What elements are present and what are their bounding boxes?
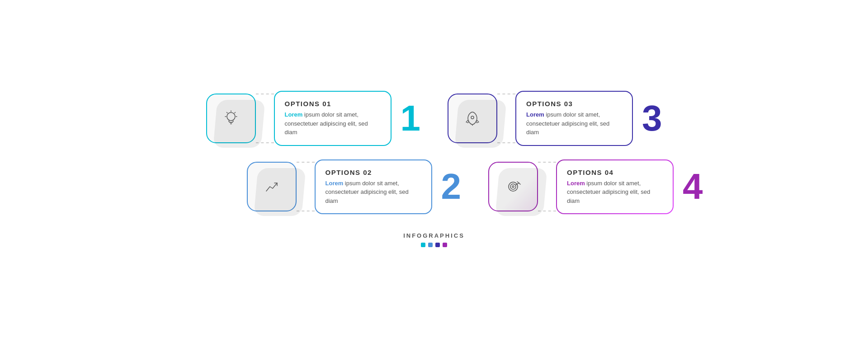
row-1: OPTIONS 01 Lorem ipsum dolor sit amet, c… — [118, 91, 750, 146]
big-number-4: 4 — [683, 169, 703, 205]
lorem-3: Lorem — [526, 111, 544, 118]
dot-4 — [443, 243, 447, 247]
svg-point-12 — [512, 186, 514, 188]
content-box-4: OPTIONS 04 Lorem ipsum dolor sit amet, c… — [556, 159, 674, 215]
icon-box-2 — [247, 162, 297, 211]
color-dots — [421, 243, 447, 247]
option-title-3: OPTIONS 03 — [526, 100, 622, 108]
content-box-3: OPTIONS 03 Lorem ipsum dolor sit amet, c… — [515, 91, 633, 146]
option-title-2: OPTIONS 02 — [326, 169, 421, 176]
rows-container: OPTIONS 01 Lorem ipsum dolor sit amet, c… — [118, 91, 750, 214]
svg-line-4 — [235, 112, 236, 113]
content-box-1: OPTIONS 01 Lorem ipsum dolor sit amet, c… — [274, 91, 392, 146]
svg-line-15 — [519, 183, 520, 184]
lorem-1: Lorem — [285, 111, 303, 118]
svg-line-5 — [226, 112, 227, 113]
option-group-4: OPTIONS 04 Lorem ipsum dolor sit amet, c… — [488, 159, 674, 215]
option-desc-3: Lorem ipsum dolor sit amet, consectetuer… — [526, 110, 622, 137]
option-group-3: OPTIONS 03 Lorem ipsum dolor sit amet, c… — [448, 91, 633, 146]
dot-1 — [421, 243, 425, 247]
chart-icon — [262, 177, 282, 197]
target-icon — [503, 177, 523, 197]
big-number-2: 2 — [441, 169, 462, 205]
svg-point-8 — [471, 116, 474, 119]
option-title-4: OPTIONS 04 — [567, 169, 663, 176]
rocket-icon — [462, 108, 482, 128]
dot-3 — [435, 243, 440, 247]
option-desc-2: Lorem ipsum dolor sit amet, consectetuer… — [326, 179, 421, 206]
row-2: OPTIONS 02 Lorem ipsum dolor sit amet, c… — [118, 159, 750, 215]
option-desc-4: Lorem ipsum dolor sit amet, consectetuer… — [567, 179, 663, 206]
option-group-2: OPTIONS 02 Lorem ipsum dolor sit amet, c… — [247, 159, 432, 215]
option-group-1: OPTIONS 01 Lorem ipsum dolor sit amet, c… — [206, 91, 392, 146]
icon-box-1 — [206, 94, 256, 143]
lorem-4: Lorem — [567, 180, 585, 187]
infographics-label: INFOGRAPHICS — [403, 232, 465, 239]
icon-box-3 — [448, 94, 497, 143]
option-desc-1: Lorem ipsum dolor sit amet, consectetuer… — [285, 110, 381, 137]
footer: INFOGRAPHICS — [403, 232, 465, 247]
big-number-3: 3 — [642, 100, 662, 136]
infographic-container: OPTIONS 01 Lorem ipsum dolor sit amet, c… — [118, 91, 750, 247]
lorem-2: Lorem — [326, 180, 344, 187]
content-box-2: OPTIONS 02 Lorem ipsum dolor sit amet, c… — [315, 159, 432, 215]
svg-point-0 — [227, 113, 235, 121]
lightbulb-icon — [221, 108, 241, 128]
svg-point-10 — [509, 182, 518, 191]
option-title-1: OPTIONS 01 — [285, 100, 381, 108]
svg-point-11 — [510, 184, 516, 189]
big-number-1: 1 — [401, 100, 421, 136]
dot-2 — [428, 243, 433, 247]
icon-box-4 — [488, 162, 538, 211]
